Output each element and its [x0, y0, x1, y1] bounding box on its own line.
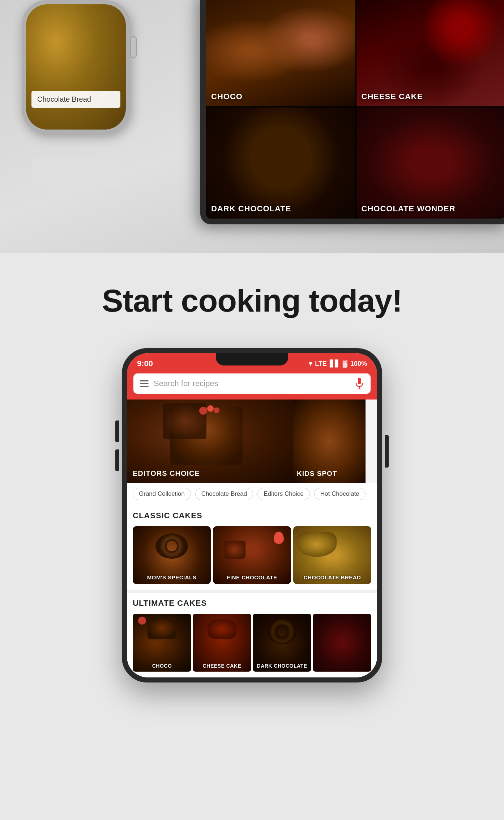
dark-choco-food-image — [206, 107, 355, 219]
tablet-cell-chocolate-wonder[interactable]: CHOCOLATE WONDER — [356, 107, 504, 219]
tablet-screen: CHOCO CHEESE CAKE DARK CHOCOLATE CHOCOLA… — [206, 0, 504, 219]
hero-main[interactable]: EDITORS CHOICE — [127, 400, 293, 483]
phone-notch — [216, 353, 288, 365]
svg-rect-1 — [359, 386, 360, 389]
middle-section: Start cooking today! — [0, 253, 504, 341]
dark-chocolate-label: DARK CHOCOLATE — [211, 204, 291, 214]
tablet-body: CHOCO CHEESE CAKE DARK CHOCOLATE CHOCOLA… — [200, 0, 504, 224]
ult-card-choco[interactable]: CHOCO — [133, 614, 191, 672]
watch-crown — [130, 36, 137, 58]
ult-card-fourth[interactable] — [313, 614, 371, 672]
chocolate-wonder-label: CHOCOLATE WONDER — [362, 204, 456, 214]
hero-side-label: KIDS SPOT — [297, 470, 337, 478]
chocolate-bread-card-label: CHOCOLATE BREAD — [293, 574, 371, 580]
mic-icon[interactable] — [355, 377, 364, 390]
top-section: Chocolate Bread CHOCO CHEESE CAKE — [0, 0, 504, 253]
svg-rect-2 — [357, 389, 362, 389]
fine-chocolate-label: FINE CHOCOLATE — [213, 574, 291, 580]
ult-card-dark-chocolate[interactable]: DARK CHOCOLATE — [253, 614, 311, 672]
hamburger-menu-icon[interactable] — [140, 380, 149, 387]
classic-cakes-title: CLASSIC CAKES — [127, 505, 377, 524]
classic-card-moms-specials[interactable]: MOM'S SPECIALS — [133, 526, 211, 584]
ult-dark-chocolate-label: DARK CHOCOLATE — [253, 663, 311, 669]
status-time: 9:00 — [137, 359, 153, 368]
chip-editors-choice[interactable]: Editors Choice — [257, 488, 310, 500]
tablet-cell-choco[interactable]: CHOCO — [206, 0, 355, 106]
watch-band-bottom — [32, 159, 120, 188]
ultimate-cakes-grid: CHOCO CHEESE CAKE DARK CHOCOLATE — [127, 612, 377, 677]
cheesecake-food-image — [356, 0, 504, 106]
phone-section: 9:00 ▾ LTE ▋▋ ▓ 100% — [0, 341, 504, 704]
hero-side[interactable]: KIDS SPOT — [293, 400, 366, 483]
hero-images: EDITORS CHOICE KIDS SPOT — [127, 400, 377, 483]
ultimate-cakes-title: ULTIMATE CAKES — [127, 593, 377, 612]
tablet-cell-cheesecake[interactable]: CHEESE CAKE — [356, 0, 504, 106]
battery-label: 100% — [350, 360, 367, 368]
ult-choco-label: CHOCO — [133, 663, 191, 669]
hero-main-label: EDITORS CHOICE — [133, 469, 200, 478]
cheesecake-label: CHEESE CAKE — [362, 92, 423, 101]
phone-outer: 9:00 ▾ LTE ▋▋ ▓ 100% — [122, 348, 382, 682]
phone-volume-btn-2 — [115, 449, 119, 471]
divider — [127, 590, 377, 593]
ult-cheesecake-label: CHEESE CAKE — [193, 663, 251, 669]
watch-label-text: Chocolate Bread — [37, 95, 91, 103]
chip-hot-chocolate[interactable]: Hot Chocolate — [314, 488, 366, 500]
choco-food-image — [206, 0, 355, 106]
search-bar-wrap: Search for recipes — [127, 373, 377, 400]
search-placeholder[interactable]: Search for recipes — [154, 379, 350, 388]
phone-body: 9:00 ▾ LTE ▋▋ ▓ 100% — [122, 348, 382, 682]
phone-power-btn — [385, 435, 389, 468]
tablet-cell-dark-chocolate[interactable]: DARK CHOCOLATE — [206, 107, 355, 219]
ult-card-cheesecake[interactable]: CHEESE CAKE — [193, 614, 251, 672]
battery-icon: ▓ — [343, 360, 347, 368]
watch-screen-bg — [26, 4, 126, 130]
classic-cakes-grid: MOM'S SPECIALS FINE CHOCOLATE CHOCO — [127, 524, 377, 590]
svg-rect-0 — [358, 378, 361, 384]
phone-screen: 9:00 ▾ LTE ▋▋ ▓ 100% — [127, 353, 377, 677]
tablet-container: CHOCO CHEESE CAKE DARK CHOCOLATE CHOCOLA… — [200, 0, 504, 242]
headline: Start cooking today! — [0, 282, 504, 319]
wonder-food-image — [356, 107, 504, 219]
signal-label: LTE — [315, 360, 327, 368]
watch-screen: Chocolate Bread — [26, 4, 126, 130]
phone-volume-btn-1 — [115, 420, 119, 442]
watch-label-box: Chocolate Bread — [31, 91, 120, 108]
search-bar[interactable]: Search for recipes — [133, 373, 371, 394]
ult-fourth-image — [313, 614, 371, 672]
moms-specials-label: MOM'S SPECIALS — [133, 574, 211, 580]
classic-card-chocolate-bread[interactable]: CHOCOLATE BREAD — [293, 526, 371, 584]
chip-chocolate-bread[interactable]: Chocolate Bread — [195, 488, 253, 500]
watch-container: Chocolate Bread — [0, 0, 152, 166]
chips-row: Grand Collection Chocolate Bread Editors… — [127, 483, 377, 505]
chip-grand-collection[interactable]: Grand Collection — [133, 488, 191, 500]
wifi-icon: ▾ — [309, 360, 312, 368]
signal-bars-icon: ▋▋ — [330, 360, 340, 368]
watch-body: Chocolate Bread — [22, 0, 130, 134]
classic-card-fine-chocolate[interactable]: FINE CHOCOLATE — [213, 526, 291, 584]
choco-label: CHOCO — [211, 92, 243, 101]
status-icons: ▾ LTE ▋▋ ▓ 100% — [309, 360, 367, 368]
